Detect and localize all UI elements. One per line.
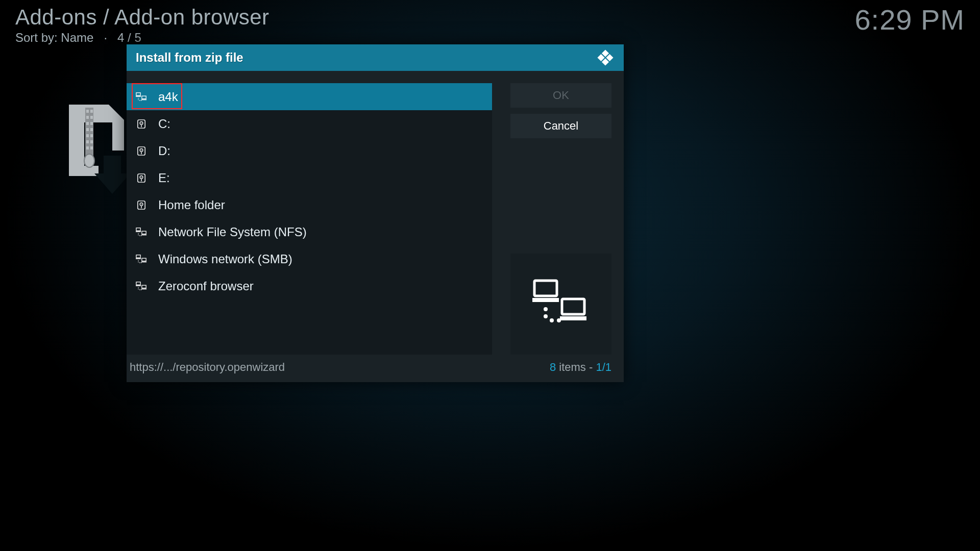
drive-icon <box>136 172 147 184</box>
svg-rect-4 <box>90 116 93 119</box>
svg-rect-44 <box>136 228 140 231</box>
file-row-d[interactable]: D: <box>127 137 492 164</box>
svg-point-67 <box>141 289 142 290</box>
svg-rect-9 <box>86 134 89 137</box>
svg-rect-5 <box>86 122 89 125</box>
footer-count: 8 items - 1/1 <box>550 361 611 374</box>
svg-point-58 <box>139 262 140 263</box>
file-row-label: D: <box>158 144 170 158</box>
sort-separator: · <box>97 31 114 44</box>
file-row-network-file-system-nfs[interactable]: Network File System (NFS) <box>127 218 492 245</box>
svg-rect-2 <box>90 110 93 113</box>
svg-rect-46 <box>142 231 146 234</box>
file-row-c[interactable]: C: <box>127 110 492 137</box>
svg-rect-19 <box>602 58 609 65</box>
clock: 6:29 PM <box>854 3 965 36</box>
ok-button[interactable]: OK <box>510 83 611 108</box>
kodi-logo-icon <box>596 48 615 67</box>
svg-point-73 <box>544 314 548 318</box>
svg-point-57 <box>138 261 139 262</box>
svg-rect-47 <box>141 234 146 235</box>
svg-rect-69 <box>532 298 559 302</box>
network-icon <box>136 254 147 265</box>
svg-point-59 <box>141 262 142 263</box>
svg-point-15 <box>84 154 94 167</box>
breadcrumb: Add-ons / Add-on browser <box>15 5 270 30</box>
sort-label: Sort by: Name <box>15 31 93 44</box>
file-row-label: Network File System (NFS) <box>158 225 307 239</box>
svg-rect-68 <box>534 281 557 296</box>
svg-point-26 <box>139 100 140 101</box>
file-row-label: C: <box>158 117 170 131</box>
svg-rect-63 <box>141 288 146 289</box>
svg-point-65 <box>138 288 139 289</box>
svg-rect-23 <box>141 99 146 100</box>
svg-rect-8 <box>90 128 93 131</box>
svg-point-64 <box>138 287 139 288</box>
file-row-a4k[interactable]: a4k <box>127 83 492 110</box>
svg-rect-45 <box>136 231 141 232</box>
svg-rect-39 <box>141 179 141 181</box>
install-zip-dialog: Install from zip file a4kC:D:E:Home fold… <box>127 44 624 382</box>
svg-point-30 <box>141 122 142 123</box>
svg-rect-62 <box>142 285 146 288</box>
svg-rect-13 <box>86 146 89 149</box>
network-preview-icon <box>530 279 592 330</box>
zip-install-icon <box>64 99 135 196</box>
svg-rect-22 <box>142 96 146 99</box>
drive-icon <box>136 118 147 130</box>
svg-rect-6 <box>90 122 93 125</box>
svg-point-38 <box>141 177 142 178</box>
dialog-title: Install from zip file <box>136 51 243 65</box>
svg-rect-60 <box>136 282 140 285</box>
svg-rect-35 <box>141 152 141 154</box>
svg-rect-70 <box>562 299 584 314</box>
file-row-zeroconf-browser[interactable]: Zeroconf browser <box>127 272 492 299</box>
file-list[interactable]: a4kC:D:E:Home folderNetwork File System … <box>127 83 492 355</box>
svg-point-75 <box>557 318 561 322</box>
svg-rect-52 <box>136 255 140 258</box>
svg-point-48 <box>138 233 139 234</box>
file-row-label: Windows network (SMB) <box>158 252 292 266</box>
file-row-label: E: <box>158 171 170 185</box>
svg-rect-61 <box>136 285 141 286</box>
header-area: Add-ons / Add-on browser Sort by: Name ·… <box>15 5 270 45</box>
svg-rect-12 <box>90 140 93 143</box>
cancel-button[interactable]: Cancel <box>510 114 611 138</box>
dialog-footer: https://.../repository.openwizard 8 item… <box>127 355 624 382</box>
svg-point-66 <box>139 289 140 290</box>
svg-point-34 <box>141 149 142 151</box>
item-count: 8 <box>550 361 556 373</box>
file-row-label: a4k <box>158 90 178 104</box>
svg-point-50 <box>139 235 140 236</box>
position-indicator: 4 / 5 <box>117 31 141 44</box>
svg-point-49 <box>138 234 139 235</box>
svg-rect-31 <box>141 124 141 127</box>
file-row-e[interactable]: E: <box>127 164 492 191</box>
svg-rect-55 <box>141 261 146 262</box>
preview-thumbnail <box>510 254 611 355</box>
svg-point-72 <box>544 307 548 311</box>
svg-point-27 <box>141 100 142 101</box>
svg-rect-3 <box>86 116 89 119</box>
file-row-windows-network-smb[interactable]: Windows network (SMB) <box>127 245 492 272</box>
svg-rect-43 <box>141 206 141 208</box>
svg-point-24 <box>138 97 139 98</box>
sort-line: Sort by: Name · 4 / 5 <box>15 31 270 45</box>
drive-icon <box>136 199 147 211</box>
svg-rect-54 <box>142 258 146 261</box>
svg-rect-71 <box>560 316 586 320</box>
svg-rect-53 <box>136 258 141 259</box>
page-indicator: 1/1 <box>596 361 611 373</box>
file-row-home-folder[interactable]: Home folder <box>127 191 492 218</box>
items-word: items - <box>556 361 596 373</box>
file-row-label: Home folder <box>158 198 225 212</box>
svg-rect-16 <box>602 49 609 57</box>
network-icon <box>136 227 147 238</box>
svg-point-74 <box>550 318 554 322</box>
file-row-label: Zeroconf browser <box>158 279 254 293</box>
svg-rect-14 <box>90 146 93 149</box>
svg-rect-20 <box>136 92 140 95</box>
network-icon <box>136 281 147 292</box>
footer-path: https://.../repository.openwizard <box>130 361 285 374</box>
